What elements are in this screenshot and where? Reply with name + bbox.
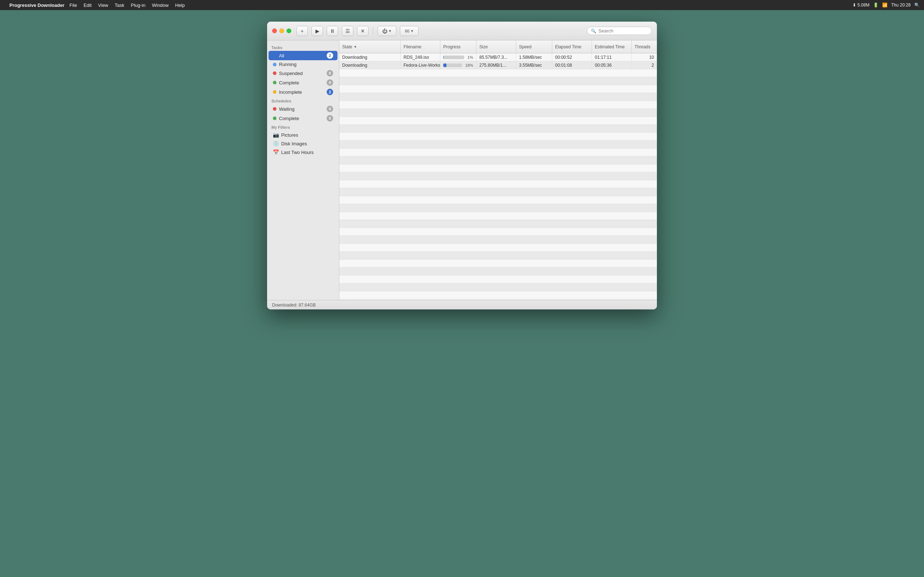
camera-icon: 📷 [273,132,279,138]
empty-row [339,204,657,212]
sidebar-item-all[interactable]: All 2 [268,51,338,60]
add-button[interactable]: + [296,26,308,36]
timer-chevron-icon: ▼ [410,29,414,33]
app-name: Progressive Downloader [10,3,64,8]
wifi-icon: 📶 [882,3,888,8]
minimize-button[interactable] [279,29,284,33]
search-icon-menu[interactable]: 🔍 [914,3,920,8]
td-speed-1: 1.58MB/sec [516,53,552,61]
th-size[interactable]: Size [477,40,516,53]
th-filename[interactable]: Filename [401,40,440,53]
disk-icon: 💿 [273,141,279,147]
sidebar-item-complete[interactable]: Complete 0 [268,78,338,87]
titlebar: + ▶ ⏸ ☰ ✕ ⏻ ▼ 60 ▼ 🔍 [267,22,657,40]
th-speed[interactable]: Speed [516,40,552,53]
sort-icon: ▼ [354,45,357,49]
main-window: + ▶ ⏸ ☰ ✕ ⏻ ▼ 60 ▼ 🔍 Tasks [267,22,657,309]
empty-row [339,148,657,156]
progress-bar-2 [443,63,462,67]
downloaded-status: Downloaded: 87.64GB [272,303,316,308]
td-threads-2: 2 [632,61,657,69]
sidebar: Tasks All 2 Running Suspended 0 Com [267,40,339,300]
empty-row [339,212,657,220]
th-state[interactable]: State ▼ [339,40,401,53]
sidebar-item-pictures[interactable]: 📷 Pictures [268,131,338,139]
battery-icon: 🔋 [873,3,879,8]
th-threads[interactable]: Threads [632,40,657,53]
pause-button[interactable]: ⏸ [327,26,338,36]
sidebar-item-suspended[interactable]: Suspended 0 [268,69,338,78]
list-button[interactable]: ☰ [342,26,353,36]
state-label: State [342,44,352,49]
sidebar-item-last-two-hours[interactable]: 📅 Last Two Hours [268,148,338,156]
empty-row [339,164,657,172]
menu-plugin[interactable]: Plug-in [128,2,149,9]
table-header: State ▼ Filename Progress Size Speed Ela… [339,40,657,53]
menubar: Progressive Downloader File Edit View Ta… [0,0,924,10]
pause-icon: ⏸ [330,28,335,34]
menu-task[interactable]: Task [112,2,128,9]
menu-file[interactable]: File [66,2,80,9]
menu-edit[interactable]: Edit [81,2,94,9]
td-progress-1: 1% [440,53,477,61]
empty-row [339,125,657,133]
threads-label: Threads [635,44,650,49]
size-label: Size [479,44,488,49]
table-row[interactable]: Downloading RDS_249.iso 1% 85.57MB/7.3..… [339,53,657,61]
empty-row [339,244,657,252]
empty-row [339,69,657,77]
sidebar-label-disk-images: Disk Images [281,141,333,147]
table-body: Downloading RDS_249.iso 1% 85.57MB/7.3..… [339,53,657,300]
th-elapsed[interactable]: Elapsed Time [552,40,592,53]
close-x-button[interactable]: ✕ [357,26,368,36]
td-state-1: Downloading [339,53,401,61]
menu-items: File Edit View Task Plug-in Window Help [66,2,188,9]
sidebar-item-incomplete[interactable]: Incomplete 2 [268,87,338,97]
timer-dropdown-button[interactable]: 60 ▼ [400,26,419,36]
dot-complete-schedule [273,116,276,120]
empty-row [339,292,657,299]
close-button[interactable] [272,29,277,33]
dot-all [273,54,276,57]
empty-row [339,133,657,141]
empty-row [339,156,657,164]
search-input[interactable] [598,28,649,34]
filename-label: Filename [404,44,421,49]
td-estimated-1: 01:17:11 [592,53,632,61]
badge-complete: 0 [327,79,333,86]
sidebar-label-pictures: Pictures [281,132,333,138]
calendar-icon: 📅 [273,149,279,155]
sidebar-item-running[interactable]: Running [268,60,338,69]
time-display: Thu 20:28 [891,3,911,8]
badge-incomplete: 2 [327,89,333,95]
fullscreen-button[interactable] [287,29,291,33]
empty-row [339,101,657,109]
empty-row [339,196,657,204]
menu-help[interactable]: Help [172,2,188,9]
table-row[interactable]: Downloading Fedora-Live-Workstation-x86_… [339,61,657,69]
list-icon: ☰ [346,28,350,34]
play-button[interactable]: ▶ [312,26,323,36]
progress-bar-1 [443,56,464,59]
search-box[interactable]: 🔍 [587,27,652,35]
sidebar-item-complete-schedule[interactable]: Complete 0 [268,114,338,123]
dot-complete [273,81,276,84]
sidebar-label-last-two-hours: Last Two Hours [281,150,333,155]
th-progress[interactable]: Progress [440,40,477,53]
td-filename-2: Fedora-Live-Workstation-x86_64-23-... [401,61,440,69]
th-estimated[interactable]: Estimated Time [592,40,632,53]
menu-view[interactable]: View [95,2,111,9]
sidebar-item-waiting[interactable]: Waiting 0 [268,104,338,114]
empty-row [339,259,657,268]
tasks-section-label: Tasks [267,43,339,51]
sidebar-item-disk-images[interactable]: 💿 Disk Images [268,139,338,148]
menu-window[interactable]: Window [149,2,171,9]
chevron-down-icon: ▼ [388,29,392,33]
schedules-section-label: Schedules [267,97,339,104]
elapsed-label: Elapsed Time [555,44,582,49]
sidebar-label-complete-schedule: Complete [279,116,324,121]
power-dropdown-button[interactable]: ⏻ ▼ [378,26,396,36]
td-state-2: Downloading [339,61,401,69]
badge-waiting: 0 [327,106,333,112]
progress-fill-1 [443,56,444,59]
